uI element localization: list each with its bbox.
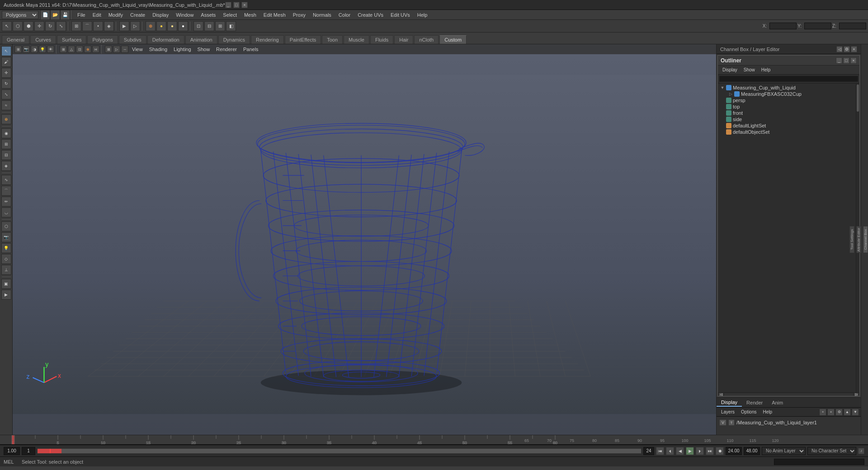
vp-cam-btn[interactable]: 📷 <box>23 46 30 53</box>
tab-polygons[interactable]: Polygons <box>87 35 118 44</box>
layer-type[interactable]: T <box>728 419 735 426</box>
tab-ncloth[interactable]: nCloth <box>414 35 439 44</box>
vp-light-btn[interactable]: 💡 <box>39 46 46 53</box>
y-input[interactable] <box>804 23 831 29</box>
vp-render-btn[interactable]: ▷ <box>113 46 120 53</box>
anim-layer-selector[interactable]: No Anim Layer <box>762 447 806 455</box>
x-input[interactable] <box>769 23 797 29</box>
outliner-item-persp[interactable]: persp <box>719 97 855 103</box>
unknown-btn4[interactable]: ◧ <box>226 21 236 31</box>
playback-end-input[interactable] <box>643 447 654 455</box>
ep-curve-btn[interactable]: ⌒ <box>1 186 11 196</box>
vp-view-menu[interactable]: View <box>129 46 146 53</box>
ipr-btn[interactable]: ▷ <box>130 21 140 31</box>
go-to-end-btn[interactable]: ⏭ <box>706 447 714 455</box>
unknown-btn1[interactable]: ⊡ <box>193 21 203 31</box>
outliner-menu-show[interactable]: Show <box>741 67 758 73</box>
unknown-btn2[interactable]: ⊟ <box>204 21 214 31</box>
maximize-button[interactable]: □ <box>233 2 240 8</box>
delete-layer-btn[interactable]: × <box>827 409 835 416</box>
vp-renderer-menu[interactable]: Renderer <box>213 46 240 53</box>
tab-general[interactable]: General <box>2 35 29 44</box>
cv-curve-btn[interactable]: ∿ <box>1 175 11 185</box>
outliner-search[interactable] <box>719 75 859 82</box>
record-btn[interactable]: ⏺ <box>716 447 724 455</box>
outliner-item-default-object-set[interactable]: defaultObjectSet <box>719 129 855 135</box>
light1-btn[interactable]: ● <box>156 21 166 31</box>
outliner-maximize[interactable]: □ <box>843 57 849 64</box>
vp-res-btn[interactable]: ⊠ <box>105 46 112 53</box>
vp-shading-btn[interactable]: ◑ <box>31 46 38 53</box>
scroll-left-btn[interactable]: ◁ <box>719 393 723 396</box>
viewport[interactable]: ⊞ 📷 ◑ 💡 👁 ⊞ △ ⊡ ⊕ H ⊠ ▷ ↔ View Shading L… <box>13 44 716 435</box>
menu-assets[interactable]: Assets <box>197 11 219 19</box>
arc-btn[interactable]: ◡ <box>1 207 11 217</box>
quick-render-btn[interactable]: ▶ <box>1 290 11 300</box>
tab-render-layers[interactable]: Render <box>742 399 767 406</box>
layer-visibility[interactable]: V <box>719 419 726 426</box>
menu-mesh[interactable]: Mesh <box>241 11 260 19</box>
select-tool-btn[interactable]: ↖ <box>2 21 12 31</box>
outliner-menu-help[interactable]: Help <box>759 67 774 73</box>
vp-layout-btn[interactable]: ⊞ <box>14 46 22 53</box>
scale-tool-btn[interactable]: ⤡ <box>56 21 66 31</box>
pencil-btn[interactable]: ✏ <box>1 197 11 207</box>
layer-up-btn[interactable]: ▲ <box>844 409 851 416</box>
panel-close-btn[interactable]: × <box>851 46 857 52</box>
tab-hair[interactable]: Hair <box>394 35 413 44</box>
vp-shading-menu[interactable]: Shading <box>146 46 170 53</box>
select-mode-btn[interactable]: ↖ <box>1 46 11 56</box>
ik-btn[interactable]: ⊥ <box>1 265 11 275</box>
menu-window[interactable]: Window <box>172 11 197 19</box>
layer-menu-layers[interactable]: Layers <box>718 409 737 415</box>
start-frame-input[interactable]: 1.00 <box>4 447 20 455</box>
attr-editor-tab[interactable]: Attribute Editor <box>856 226 861 253</box>
light-btn[interactable]: 💡 <box>1 243 11 253</box>
vp-panels-menu[interactable]: Panels <box>241 46 261 53</box>
tab-fluids[interactable]: Fluids <box>370 35 393 44</box>
show-manip-btn[interactable]: ⊕ <box>146 21 156 31</box>
vp-uv-btn[interactable]: ⊡ <box>76 46 83 53</box>
transform-btn[interactable]: ✛ <box>1 68 11 78</box>
cluster-btn[interactable]: ⊞ <box>1 139 11 149</box>
scroll-right-btn[interactable]: ▷ <box>854 393 859 396</box>
outliner-item-measuring-cup-grp[interactable]: ▼ Measuring_Cup_with_Liquid <box>719 85 855 91</box>
outliner-item-front[interactable]: front <box>719 110 855 116</box>
tab-toon[interactable]: Toon <box>322 35 343 44</box>
move-tool-btn[interactable]: ✛ <box>34 21 44 31</box>
tab-deformation[interactable]: Deformation <box>147 35 184 44</box>
layer-options-btn[interactable]: ⚙ <box>835 409 843 416</box>
paint-select-btn[interactable]: 🖌 <box>1 57 11 67</box>
window-controls[interactable]: _ □ × <box>225 2 248 8</box>
layer-menu-options[interactable]: Options <box>738 409 759 415</box>
menu-create-uvs[interactable]: Create UVs <box>354 11 387 19</box>
vp-show-menu[interactable]: Show <box>195 46 213 53</box>
menu-display[interactable]: Display <box>149 11 172 19</box>
tab-muscle[interactable]: Muscle <box>344 35 369 44</box>
tool-settings-tab[interactable]: Tool Settings <box>849 226 854 253</box>
snap-grid-btn[interactable]: ⊞ <box>71 21 81 31</box>
view-cube-btn[interactable]: ⬡ <box>1 221 11 231</box>
paint-tool-btn[interactable]: ⬢ <box>24 21 33 31</box>
lasso-tool-btn[interactable]: ⬡ <box>13 21 23 31</box>
vp-sync-btn[interactable]: ↔ <box>121 46 128 53</box>
tab-surfaces[interactable]: Surfaces <box>57 35 86 44</box>
light2-btn[interactable]: ● <box>167 21 177 31</box>
menu-edit[interactable]: Edit <box>89 11 105 19</box>
menu-help[interactable]: Help <box>414 11 431 19</box>
step-back-btn[interactable]: ⏴ <box>666 447 674 455</box>
wire-btn[interactable]: ⊟ <box>1 150 11 160</box>
z-input[interactable] <box>839 23 866 29</box>
panel-settings-btn[interactable]: ⚙ <box>844 46 850 52</box>
layer-menu-help[interactable]: Help <box>760 409 775 415</box>
menu-file[interactable]: File <box>74 11 89 19</box>
outliner-hscrollbar[interactable]: ◁ ▷ <box>718 392 859 396</box>
outliner-item-side[interactable]: side <box>719 116 855 122</box>
mode-selector[interactable]: Polygons Surfaces Dynamics Rendering Ani… <box>2 11 38 19</box>
new-layer-btn[interactable]: + <box>819 409 826 416</box>
vp-lighting-menu[interactable]: Lighting <box>171 46 194 53</box>
vp-hud-btn[interactable]: H <box>92 46 99 53</box>
minimize-button[interactable]: _ <box>225 2 231 8</box>
vp-poly-btn[interactable]: △ <box>68 46 75 53</box>
outliner-item-cup-mesh[interactable]: ▷ MeasuringFBXASC032Cup <box>719 91 855 97</box>
